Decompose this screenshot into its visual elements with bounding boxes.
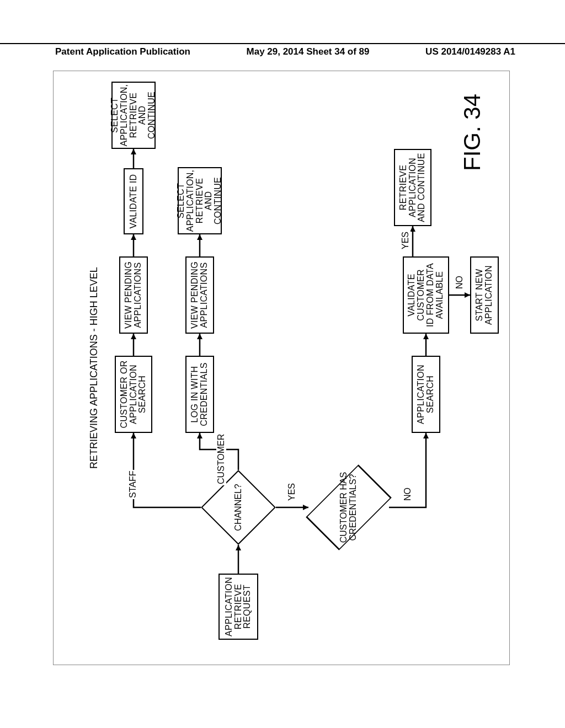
box-view-pending-2: VIEW PENDINGAPPLICATIONS	[185, 256, 214, 334]
decision-customer-credentials: CUSTOMER HASCREDENTIALS?	[321, 480, 376, 535]
edge-yes-2: YES	[401, 231, 411, 250]
box-validate-id: VALIDATE ID	[124, 168, 143, 234]
box-application-search: APPLICATIONSEARCH	[412, 356, 440, 433]
page-header: Patent Application Publication May 29, 2…	[0, 43, 565, 57]
box-select-app-2: SELECTAPPLICATION,RETRIEVE ANDCONTINUE	[178, 167, 222, 234]
diagram-title: RETRIEVING APPLICATIONS - HIGH LEVEL	[88, 267, 100, 469]
flowchart-canvas: RETRIEVING APPLICATIONS - HIGH LEVEL APP…	[73, 77, 492, 651]
decision-channel: CHANNEL?	[212, 481, 265, 534]
box-select-app-1: SELECTAPPLICATION,RETRIEVE ANDCONTINUE	[111, 82, 156, 149]
edge-no-2: NO	[455, 275, 465, 290]
header-center: May 29, 2014 Sheet 34 of 89	[247, 46, 370, 57]
box-validate-customer-id: VALIDATECUSTOMERID FROM DATAAVAILABLE	[403, 256, 449, 334]
box-login-credentials: LOG IN WITHCREDENTIALS	[185, 356, 214, 433]
box-view-pending-1: VIEW PENDINGAPPLICATIONS	[119, 256, 148, 334]
edge-no-1: NO	[403, 486, 413, 502]
box-retrieve-app-continue: RETRIEVEAPPLICATIONAND CONTINUE	[394, 149, 431, 226]
box-customer-or-app-search: CUSTOMER ORAPPLICATIONSEARCH	[115, 356, 152, 433]
box-application-retrieve-request: APPLICATIONRETRIEVEREQUEST	[218, 574, 258, 640]
header-right: US 2014/0149283 A1	[425, 46, 515, 57]
box-start-new-application: START NEWAPPLICATION	[470, 256, 499, 334]
edge-yes-1: YES	[287, 482, 297, 502]
edge-customer: CUSTOMER	[216, 433, 226, 485]
edge-staff: STAFF	[128, 470, 138, 499]
figure-number: FIG. 34	[459, 94, 486, 171]
header-left: Patent Application Publication	[55, 46, 190, 57]
